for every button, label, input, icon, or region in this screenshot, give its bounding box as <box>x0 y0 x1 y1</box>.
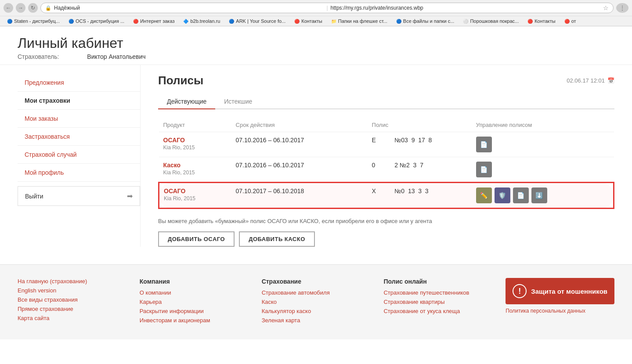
sidebar-item-zakazy[interactable]: Мои заказы <box>18 110 140 128</box>
row3-download-button[interactable]: ⬇️ <box>531 187 547 203</box>
footer-link-apartment[interactable]: Страхование квартиры <box>383 299 488 305</box>
row3-edit-button[interactable]: ✏️ <box>476 187 492 203</box>
row3-product: ОСАГО Kia Rio, 2015 <box>159 183 231 209</box>
footer-link-career[interactable]: Карьера <box>140 299 244 305</box>
row3-policy-number: №0 13 3 3 <box>390 183 471 209</box>
col-policy: Полис <box>368 118 472 132</box>
lock-icon: 🔒 <box>45 5 51 11</box>
content-date: 02.06.17 12:01 📅 <box>567 77 614 84</box>
row3-actions: ✏️ 🛡️ 📄 ⬇️ <box>472 183 614 209</box>
footer-link-sitemap[interactable]: Карта сайта <box>18 315 122 321</box>
footer-col-4: Полис онлайн Страхование путешественнико… <box>383 278 488 326</box>
footer-link-kasko[interactable]: Каско <box>262 299 366 305</box>
tab-active[interactable]: Действующие <box>158 94 215 109</box>
content-header: Полисы 02.06.17 12:01 📅 <box>158 74 614 87</box>
bookmark-powder[interactable]: ⚪Порошковая покрас... <box>459 18 522 25</box>
footer-link-investors[interactable]: Инвесторам и акционерам <box>140 317 244 324</box>
footer-link-main[interactable]: На главную (страхование) <box>18 278 122 285</box>
row2-period: 07.10.2016 – 06.10.2017 <box>231 157 368 183</box>
bookmark-folders[interactable]: 📁Папки на флешке ст... <box>328 18 391 25</box>
row1-policy-prefix: Е <box>368 132 390 157</box>
row2-product: Каско Kia Rio, 2015 <box>159 157 231 183</box>
row2-actions: 📄 <box>472 157 614 183</box>
footer-col-1: На главную (страхование) English version… <box>18 278 122 326</box>
footer-col-2: Компания О компании Карьера Раскрытие ин… <box>140 278 244 326</box>
bookmark-contacts2[interactable]: 🔴Контакты <box>524 18 559 25</box>
bookmark-ark[interactable]: 🔵ARK | Your Source fo... <box>225 18 289 25</box>
row1-doc-button[interactable]: 📄 <box>476 137 492 152</box>
col-period: Срок действия <box>231 118 368 132</box>
footer-link-disclosure[interactable]: Раскрытие информации <box>140 308 244 314</box>
row1-actions: 📄 <box>472 132 614 157</box>
footer-col3-title: Страхование <box>262 278 366 285</box>
tab-expired[interactable]: Истекшие <box>215 94 261 109</box>
footer-policy-link[interactable]: Политика персональных данных <box>506 308 614 314</box>
tabs-container: Действующие Истекшие <box>158 94 614 109</box>
insurer-name: Виктор Анатольевич <box>87 53 145 60</box>
date-text: 02.06.17 12:01 <box>567 77 605 84</box>
url-text: Надёжный <box>54 5 324 11</box>
content-title: Полисы <box>158 74 203 87</box>
footer-link-tick[interactable]: Страхование от укуса клеща <box>383 308 488 314</box>
footer-link-direct[interactable]: Прямое страхование <box>18 306 122 312</box>
footer-link-travelers[interactable]: Страхование путешественников <box>383 289 488 296</box>
content-area: Полисы 02.06.17 12:01 📅 Действующие Исте… <box>158 65 614 247</box>
row3-product-name: ОСАГО <box>164 187 227 195</box>
footer-link-green-card[interactable]: Зеленая карта <box>262 317 366 324</box>
table-row: Каско Kia Rio, 2015 07.10.2016 – 06.10.2… <box>159 157 614 183</box>
doc-icon: 📄 <box>480 166 488 173</box>
row3-shield-button[interactable]: 🛡️ <box>495 187 510 203</box>
sidebar-item-zastrakhovatsya[interactable]: Застраховаться <box>18 128 140 146</box>
sidebar-item-strakhovki[interactable]: Мои страховки <box>18 92 140 110</box>
fraud-banner[interactable]: ! Защита от мошенников <box>506 278 614 304</box>
table-row: ОСАГО Kia Rio, 2015 07.10.2016 – 06.10.2… <box>159 132 614 157</box>
bookmark-staten[interactable]: 🔵Staten - дистрибуц... <box>4 18 63 25</box>
bookmark-b2b[interactable]: 🔷b2b.treolan.ru <box>180 18 224 25</box>
page-wrapper: Личный кабинет Страхователь: Виктор Анат… <box>0 26 632 339</box>
bookmark-internet[interactable]: 🔴Интернет заказ <box>130 18 178 25</box>
add-osago-button[interactable]: ДОБАВИТЬ ОСАГО <box>158 231 235 247</box>
url-bar[interactable]: 🔒 Надёжный | https://my.rgs.ru/private/i… <box>40 3 614 13</box>
fraud-col: ! Защита от мошенников Политика персонал… <box>506 278 614 326</box>
row2-product-name: Каско <box>163 162 227 169</box>
forward-button[interactable]: → <box>16 3 25 13</box>
sidebar-logout-button[interactable]: Выйти ➡ <box>18 186 140 206</box>
url-separator: | <box>326 5 328 11</box>
row1-product: ОСАГО Kia Rio, 2015 <box>159 132 231 157</box>
main-content: Предложения Мои страховки Мои заказы Зас… <box>0 65 632 247</box>
footer-link-english[interactable]: English version <box>18 287 122 294</box>
sidebar-item-predlozheniya[interactable]: Предложения <box>18 74 140 92</box>
sidebar: Предложения Мои страховки Мои заказы Зас… <box>18 65 141 247</box>
doc-icon: 📄 <box>480 141 488 148</box>
footer-link-kasko-calc[interactable]: Калькулятор каско <box>262 308 366 314</box>
col-product: Продукт <box>159 118 231 132</box>
extensions-button[interactable]: ⋮ <box>616 3 628 13</box>
footer-link-all-insurance[interactable]: Все виды страхования <box>18 296 122 303</box>
back-button[interactable]: ← <box>4 3 13 13</box>
sidebar-item-profile[interactable]: Мой профиль <box>18 164 140 182</box>
bookmark-allfiles[interactable]: 🔵Все файлы и папки с... <box>393 18 458 25</box>
refresh-button[interactable]: ↻ <box>28 3 38 13</box>
fraud-icon: ! <box>513 284 527 298</box>
sidebar-item-case[interactable]: Страховой случай <box>18 146 140 164</box>
row1-product-name: ОСАГО <box>163 137 227 144</box>
logout-label: Выйти <box>25 193 43 200</box>
bookmarks-bar: 🔵Staten - дистрибуц... 🔵OCS - дистрибуци… <box>0 16 632 26</box>
row1-period: 07.10.2016 – 06.10.2017 <box>231 132 368 157</box>
bookmark-icon[interactable]: ☆ <box>603 4 609 11</box>
footer-link-about[interactable]: О компании <box>140 289 244 296</box>
info-text: Вы можете добавить «бумажный» полис ОСАГ… <box>158 218 614 224</box>
row1-policy-number: №03 9 17 8 <box>390 132 471 157</box>
row3-policy-prefix: X <box>368 183 390 209</box>
download-icon: ⬇️ <box>535 192 543 199</box>
row2-doc-button[interactable]: 📄 <box>476 162 492 177</box>
footer-link-auto-insurance[interactable]: Страхование автомобиля <box>262 289 366 296</box>
insurer-label: Страхователь: <box>18 53 59 60</box>
policies-table: Продукт Срок действия Полис Управление п… <box>158 118 614 209</box>
bookmark-from[interactable]: 🔴от <box>561 18 580 25</box>
bookmark-contacts1[interactable]: 🔴Контакты <box>291 18 326 25</box>
row3-pdf-button[interactable]: 📄 <box>513 187 529 203</box>
add-kasko-button[interactable]: ДОБАВИТЬ КАСКО <box>239 231 315 247</box>
browser-chrome: ← → ↻ 🔒 Надёжный | https://my.rgs.ru/pri… <box>0 0 632 26</box>
bookmark-ocs[interactable]: 🔵OCS - дистрибуция ... <box>65 18 128 25</box>
